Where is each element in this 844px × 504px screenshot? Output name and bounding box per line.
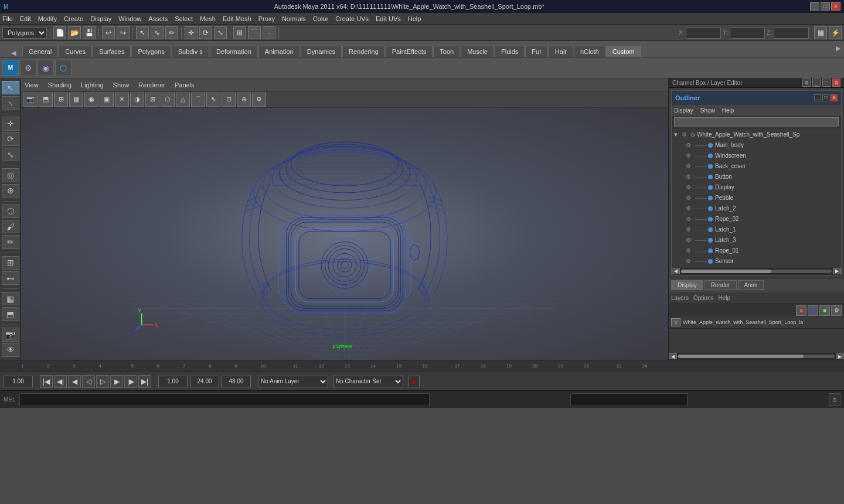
mode-select[interactable]: Polygons: [2, 27, 47, 39]
menu-select[interactable]: Select: [175, 15, 193, 22]
vp-grid-btn[interactable]: ⊞: [54, 93, 68, 107]
mel-input[interactable]: [19, 393, 430, 406]
menu-create-uvs[interactable]: Create UVs: [335, 15, 369, 22]
vp-camera-btn[interactable]: 📷: [23, 93, 38, 107]
shelf-tab-subdivs[interactable]: Subdiv s: [172, 46, 209, 57]
layer-new-btn[interactable]: ■: [796, 305, 806, 316]
viewport-canvas[interactable]: X Y Z pSphere: [21, 108, 668, 360]
go-end-btn[interactable]: ▶|: [138, 375, 151, 388]
range-start-input[interactable]: [158, 376, 188, 387]
shelf-tab-muscle[interactable]: Muscle: [461, 46, 494, 57]
anim-layer-select[interactable]: No Anim Layer: [258, 376, 328, 387]
shelf-tab-toon[interactable]: Toon: [433, 46, 460, 57]
vp-menu-renderer[interactable]: Renderer: [138, 81, 165, 88]
transform-tool[interactable]: ⊞: [2, 256, 19, 270]
scale-tool[interactable]: ⤡: [2, 148, 19, 161]
layer-tab-render[interactable]: Render: [705, 280, 737, 290]
vp-menu-show[interactable]: Show: [113, 81, 130, 88]
menu-mesh[interactable]: Mesh: [200, 15, 216, 22]
vp-texture-btn[interactable]: ▣: [100, 93, 114, 107]
show-manip-tool[interactable]: ⊕: [2, 184, 19, 197]
select-tool-btn[interactable]: ↖: [136, 26, 149, 39]
shelf-icon-1[interactable]: ⚙: [20, 60, 36, 76]
vp-hud-btn[interactable]: ⊡: [222, 93, 236, 107]
vp-xray-btn[interactable]: ⊠: [145, 93, 159, 107]
shelf-tab-dynamics[interactable]: Dynamics: [301, 46, 342, 57]
shelf-icon-3[interactable]: ⬡: [55, 60, 72, 76]
shelf-tab-surfaces[interactable]: Surfaces: [93, 46, 131, 57]
tree-item-rope02[interactable]: ⚙ —— Rope_02: [672, 214, 841, 224]
vp-manip-btn[interactable]: ↖: [206, 93, 220, 107]
hscroll-right[interactable]: ▶: [833, 268, 841, 274]
layer-tab-display[interactable]: Display: [671, 280, 703, 290]
shelf-tab-polygons[interactable]: Polygons: [131, 46, 171, 57]
step-fwd-btn[interactable]: |▶: [124, 375, 137, 388]
snap-curve-btn[interactable]: ⌒: [248, 26, 261, 39]
out-close-btn[interactable]: X: [831, 94, 838, 101]
close-button[interactable]: X: [831, 2, 840, 11]
lasso-tool[interactable]: ⤡: [2, 96, 19, 110]
layer-row-main[interactable]: V White_Apple_Watch_with_Seashell_Sport_…: [669, 317, 844, 329]
tree-item-main-body[interactable]: ⚙ —— Main_body: [672, 140, 841, 151]
tree-item-latch3[interactable]: ⚙ —— Latch_3: [672, 235, 841, 246]
tree-item-rope01[interactable]: ⚙ —— Rope_01: [672, 246, 841, 256]
out-menu-help[interactable]: Help: [722, 107, 734, 114]
out-max-btn[interactable]: □: [822, 94, 829, 101]
soft-select-tool[interactable]: ◎: [2, 168, 19, 182]
tree-item-display[interactable]: ⚙ —— Display: [672, 182, 841, 193]
outliner-search-input[interactable]: [674, 117, 839, 127]
menu-help[interactable]: Help: [408, 15, 421, 22]
shelf-tab-painteffects[interactable]: PaintEffects: [386, 46, 433, 57]
auto-key-toggle[interactable]: ●: [408, 376, 420, 387]
shelf-icon-2[interactable]: ◉: [38, 60, 54, 76]
rotate-btn[interactable]: ⟳: [199, 26, 212, 39]
render-region-tool[interactable]: ⬒: [2, 307, 19, 321]
rotate-tool[interactable]: ⟳: [2, 132, 19, 146]
camera-tool[interactable]: 📷: [2, 328, 19, 341]
shelf-tab-fluids[interactable]: Fluids: [495, 46, 525, 57]
maximize-button[interactable]: □: [821, 2, 830, 11]
tree-item-pebble[interactable]: ⚙ —— Pebble: [672, 193, 841, 203]
out-menu-show[interactable]: Show: [700, 107, 715, 114]
menu-color[interactable]: Color: [313, 15, 328, 22]
cb-close-btn[interactable]: X: [832, 79, 840, 87]
layer-options-btn[interactable]: ⚙: [831, 305, 842, 316]
shelf-tab-rendering[interactable]: Rendering: [342, 46, 385, 57]
save-scene-btn[interactable]: 💾: [83, 26, 96, 39]
step-back-btn[interactable]: ◀|: [54, 375, 67, 388]
current-frame-input[interactable]: [4, 376, 33, 387]
shelf-tab-fur[interactable]: Fur: [525, 46, 548, 57]
shelf-tab-animation[interactable]: Animation: [258, 46, 300, 57]
tree-item-windscreen[interactable]: ⚙ —— Windscreen: [672, 151, 841, 161]
next-frame-btn[interactable]: ▶: [110, 375, 123, 388]
tree-item-latch2[interactable]: ⚙ —— Latch_2: [672, 203, 841, 214]
vp-menu-view[interactable]: View: [25, 81, 39, 88]
menu-create[interactable]: Create: [64, 15, 83, 22]
layer-hscroll-left[interactable]: ◀: [669, 353, 677, 359]
layer-hscrollbar[interactable]: ◀ ▶: [669, 353, 844, 360]
snap-point-btn[interactable]: ·: [263, 26, 275, 39]
new-scene-btn[interactable]: 📄: [53, 26, 66, 39]
vp-wireframe-btn[interactable]: ▦: [69, 93, 83, 107]
go-start-btn[interactable]: |◀: [40, 375, 53, 388]
vp-poly-btn[interactable]: △: [176, 93, 190, 107]
menu-normals[interactable]: Normals: [282, 15, 306, 22]
play-back-btn[interactable]: ◁: [82, 375, 95, 388]
lasso-btn[interactable]: ∿: [151, 26, 164, 39]
paint-btn[interactable]: ✏: [165, 26, 178, 39]
cb-minimize-btn[interactable]: _: [812, 79, 821, 87]
tree-item-sensor[interactable]: ⚙ —— Sensor: [672, 256, 841, 267]
hscroll-left[interactable]: ◀: [672, 268, 680, 274]
char-set-select[interactable]: No Character Set: [333, 376, 403, 387]
layer-tab-anim[interactable]: Anim: [738, 280, 764, 290]
shelf-tab-hair[interactable]: Hair: [549, 46, 573, 57]
render-btn[interactable]: ▦: [814, 26, 827, 39]
menu-display[interactable]: Display: [90, 15, 111, 22]
scale-btn[interactable]: ⤡: [214, 26, 227, 39]
layer-subtab-layers[interactable]: Layers: [671, 295, 689, 301]
out-min-btn[interactable]: _: [814, 94, 821, 101]
layer-subtab-options[interactable]: Options: [693, 295, 713, 301]
menu-assets[interactable]: Assets: [148, 15, 168, 22]
shelf-tab-curves[interactable]: Curves: [59, 46, 92, 57]
minimize-button[interactable]: _: [810, 2, 819, 11]
